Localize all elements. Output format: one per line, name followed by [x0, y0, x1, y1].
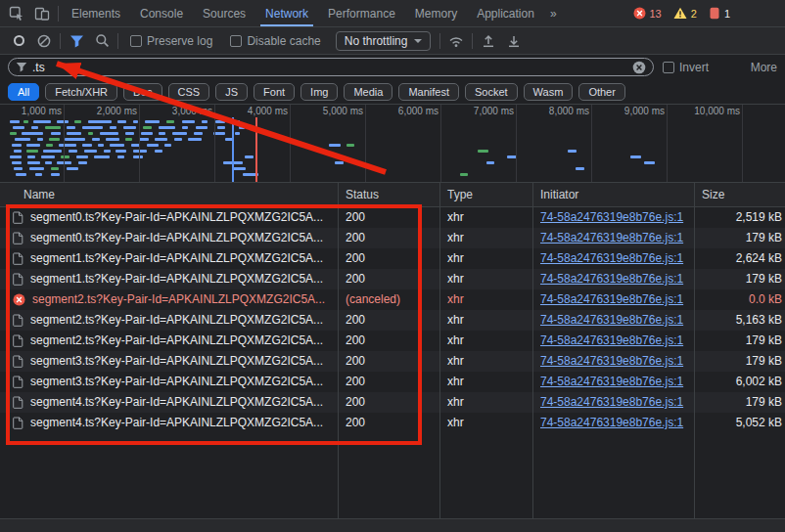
filter-chip-wasm[interactable]: Wasm [524, 83, 574, 101]
table-row[interactable]: segment0.ts?Key-Pair-Id=APKAINLZLPQXMZG2… [0, 228, 785, 248]
table-row[interactable]: segment1.ts?Key-Pair-Id=APKAINLZLPQXMZG2… [0, 269, 785, 289]
export-har-button[interactable] [501, 29, 527, 53]
record-network-log-button[interactable] [6, 29, 31, 53]
tab-elements[interactable]: Elements [62, 0, 130, 26]
request-bar [174, 138, 182, 141]
clear-network-log-button[interactable] [31, 29, 57, 53]
warning-badge[interactable]: 2 [673, 7, 697, 20]
request-bar [27, 161, 40, 164]
column-divider[interactable] [694, 183, 695, 518]
inspect-element-button[interactable] [4, 2, 29, 25]
request-status: 200 [338, 207, 439, 228]
request-size: 179 kB [694, 392, 785, 413]
table-row[interactable]: segment1.ts?Key-Pair-Id=APKAINLZLPQXMZG2… [0, 248, 785, 269]
initiator-link[interactable]: 74-58a2476319e8b76e.js:1 [540, 416, 683, 429]
request-size: 5,052 kB [694, 413, 785, 433]
request-bar [22, 132, 43, 135]
table-row[interactable]: segment4.ts?Key-Pair-Id=APKAINLZLPQXMZG2… [0, 413, 785, 433]
request-name-cell: segment0.ts?Key-Pair-Id=APKAINLZLPQXMZG2… [0, 207, 338, 228]
request-bar [568, 150, 577, 153]
network-toolbar: Preserve log Disable cache No throttling [0, 27, 785, 55]
initiator-link[interactable]: 74-58a2476319e8b76e.js:1 [540, 210, 683, 224]
more-filters-button[interactable]: More [741, 61, 777, 74]
filter-chip-img[interactable]: Img [300, 83, 338, 101]
filter-chip-socket[interactable]: Socket [465, 83, 518, 101]
tab-network[interactable]: Network [255, 0, 318, 26]
table-row[interactable]: segment2.ts?Key-Pair-Id=APKAINLZLPQXMZG2… [0, 331, 785, 351]
column-header-type[interactable]: Type [439, 183, 532, 206]
request-bar [147, 144, 159, 147]
initiator-link[interactable]: 74-58a2476319e8b76e.js:1 [540, 272, 683, 286]
table-row[interactable]: segment3.ts?Key-Pair-Id=APKAINLZLPQXMZG2… [0, 351, 785, 372]
column-header-initiator[interactable]: Initiator [532, 183, 694, 206]
initiator-link[interactable]: 74-58a2476319e8b76e.js:1 [540, 375, 683, 388]
column-divider[interactable] [532, 183, 533, 518]
request-bar [65, 138, 85, 141]
error-badge[interactable]: 13 [633, 7, 662, 20]
initiator-link[interactable]: 74-58a2476319e8b76e.js:1 [540, 354, 683, 368]
disable-cache-checkbox[interactable]: Disable cache [230, 34, 320, 48]
column-divider[interactable] [338, 183, 339, 518]
tab-console[interactable]: Console [130, 0, 193, 26]
filter-input[interactable] [32, 61, 627, 74]
request-bar [460, 173, 468, 176]
table-row[interactable]: segment3.ts?Key-Pair-Id=APKAINLZLPQXMZG2… [0, 372, 785, 392]
toggle-device-toolbar-button[interactable] [29, 2, 55, 25]
table-row[interactable]: segment4.ts?Key-Pair-Id=APKAINLZLPQXMZG2… [0, 392, 785, 413]
preserve-log-checkbox[interactable]: Preserve log [130, 34, 212, 48]
filter-chip-doc[interactable]: Doc [123, 83, 162, 101]
request-initiator-cell: 74-58a2476319e8b76e.js:1 [532, 207, 694, 228]
invert-checkbox[interactable]: Invert [663, 61, 709, 74]
initiator-link[interactable]: 74-58a2476319e8b76e.js:1 [540, 231, 683, 244]
import-har-button[interactable] [476, 29, 501, 53]
timeline-tick-label: 1,000 ms [3, 106, 62, 117]
request-bar [233, 120, 240, 123]
filter-chip-manifest[interactable]: Manifest [398, 83, 459, 101]
tab-application[interactable]: Application [467, 0, 544, 26]
column-header-size[interactable]: Size [694, 183, 785, 206]
initiator-link[interactable]: 74-58a2476319e8b76e.js:1 [540, 333, 683, 347]
filter-chip-other[interactable]: Other [578, 83, 625, 101]
request-name-cell: segment3.ts?Key-Pair-Id=APKAINLZLPQXMZG2… [0, 372, 338, 392]
filter-chip-all[interactable]: All [8, 83, 39, 101]
issues-badge[interactable]: 1 [709, 7, 730, 20]
network-overview[interactable]: 1,000 ms2,000 ms3,000 ms4,000 ms5,000 ms… [0, 105, 785, 183]
throttling-select[interactable]: No throttling [336, 31, 432, 51]
file-icon [13, 376, 23, 388]
request-bar [51, 132, 61, 135]
initiator-link[interactable]: 74-58a2476319e8b76e.js:1 [540, 292, 683, 306]
request-name: segment2.ts?Key-Pair-Id=APKAINLZLPQXMZG2… [32, 289, 325, 310]
tab-sources[interactable]: Sources [193, 0, 255, 26]
table-row[interactable]: segment2.ts?Key-Pair-Id=APKAINLZLPQXMZG2… [0, 289, 785, 310]
request-bar [125, 132, 134, 135]
column-header-status[interactable]: Status [338, 183, 439, 206]
initiator-link[interactable]: 74-58a2476319e8b76e.js:1 [540, 251, 683, 265]
filter-chip-fetch-xhr[interactable]: Fetch/XHR [45, 83, 117, 101]
request-size: 179 kB [694, 269, 785, 289]
filter-input-box[interactable] [8, 58, 654, 76]
initiator-link[interactable]: 74-58a2476319e8b76e.js:1 [540, 395, 683, 409]
search-button[interactable] [89, 29, 115, 53]
clear-filter-icon[interactable] [632, 61, 646, 74]
network-conditions-button[interactable] [443, 29, 469, 53]
column-header-name[interactable]: Name [0, 183, 338, 206]
request-bar [576, 167, 584, 170]
filter-chip-css[interactable]: CSS [168, 83, 210, 101]
initiator-link[interactable]: 74-58a2476319e8b76e.js:1 [540, 313, 683, 327]
table-row[interactable]: segment0.ts?Key-Pair-Id=APKAINLZLPQXMZG2… [0, 207, 785, 228]
filter-toggle-button[interactable] [64, 29, 89, 53]
filter-chip-js[interactable]: JS [215, 83, 248, 101]
tab-performance[interactable]: Performance [318, 0, 405, 26]
filter-chip-font[interactable]: Font [254, 83, 295, 101]
filter-chip-media[interactable]: Media [344, 83, 392, 101]
column-divider[interactable] [439, 183, 440, 518]
request-bar [67, 132, 81, 135]
more-tabs-button[interactable]: » [544, 7, 564, 21]
request-type: xhr [439, 392, 532, 413]
request-type: xhr [439, 372, 532, 392]
tab-memory[interactable]: Memory [405, 0, 467, 26]
devtools-window: ElementsConsoleSourcesNetworkPerformance… [0, 0, 785, 532]
clear-icon [36, 33, 52, 49]
table-row[interactable]: segment2.ts?Key-Pair-Id=APKAINLZLPQXMZG2… [0, 310, 785, 331]
timeline-gridline [591, 105, 592, 182]
